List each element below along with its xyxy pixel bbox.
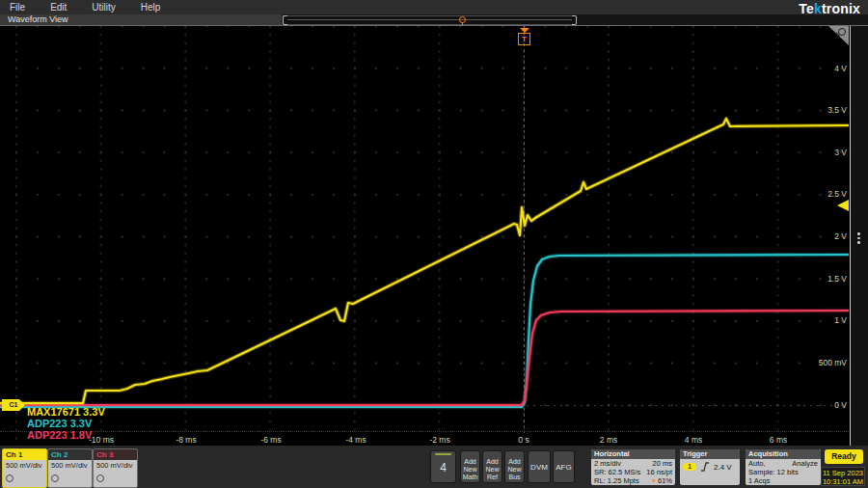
ch1-header: Ch 1	[3, 449, 46, 460]
channel4-enable-button[interactable]: 4	[430, 450, 456, 483]
time-value: 10:31:01 AM	[822, 477, 864, 486]
horizontal-panel[interactable]: Horizontal 2 ms/div20 ms SR: 62.5 MS/s16…	[591, 449, 675, 485]
horizontal-panel-title: Horizontal	[591, 449, 675, 459]
trigger-position-icon: ▼	[651, 478, 657, 484]
probe-icon	[96, 474, 104, 482]
v-axis-label: 1.5 V	[827, 274, 847, 284]
t-axis-label: 0 s	[518, 435, 529, 445]
legend-ch1: MAX17671 3.3V	[27, 406, 105, 418]
waveform-display[interactable]: 4 V3.5 V3 V2.5 V2 V1.5 V1 V500 mV0 V -10…	[0, 25, 868, 446]
sample-resolution: 16 ns/pt	[646, 468, 672, 476]
t-axis-label: -2 ms	[429, 435, 449, 445]
ch2-scale: 500 mV/div	[51, 461, 89, 470]
trigger-t-icon: T	[518, 33, 530, 45]
add-new-math-button[interactable]: Add New Math	[460, 450, 480, 483]
trace-plot	[0, 26, 868, 447]
rising-edge-icon	[700, 462, 710, 472]
t-axis-label: -6 ms	[260, 435, 281, 445]
trace-ch1-max17671-3v3	[0, 119, 849, 403]
tab-bar: Waveform View	[0, 14, 868, 25]
math-color-strip	[465, 453, 475, 455]
date-value: 11 Sep 2023	[822, 469, 864, 477]
ch1-scale: 500 mV/div	[6, 461, 43, 470]
v-axis-label: 2.5 V	[827, 189, 847, 199]
panel-drag-handle[interactable]	[857, 230, 860, 246]
t-axis-label: -4 ms	[345, 435, 366, 445]
t-axis-label: 4 ms	[685, 435, 702, 445]
trigger-level-arrow[interactable]	[837, 200, 849, 211]
acquisition-minimap[interactable]	[283, 15, 577, 25]
v-axis-label: 2 V	[834, 231, 847, 241]
ch3-scale: 500 mV/div	[96, 461, 134, 470]
bus-color-strip	[509, 453, 520, 455]
magnifier-icon	[838, 28, 846, 36]
trigger-panel[interactable]: Trigger 1 2.4 V	[680, 449, 740, 485]
menu-edit[interactable]: Edit	[50, 2, 67, 13]
acq-sample-bits: Sample: 12 bits	[748, 468, 799, 476]
dvm-button[interactable]: DVM	[528, 450, 551, 483]
channel-badge-ch2[interactable]: Ch 2 500 mV/div 1 GHz	[47, 448, 93, 488]
trigger-position-percent: 61%	[658, 476, 672, 485]
v-axis-label: 500 mV	[819, 358, 847, 367]
acquisition-panel[interactable]: Acquisition Auto,Analyze Sample: 12 bits…	[746, 449, 821, 485]
minimap-trigger-marker[interactable]	[459, 16, 466, 23]
ch4-color-strip	[435, 453, 451, 455]
v-axis-label: 3.5 V	[827, 105, 847, 115]
menu-help[interactable]: Help	[141, 2, 161, 13]
trace-ch1-max17671-3v3	[0, 119, 849, 403]
horizontal-scale: 2 ms/div	[594, 459, 621, 468]
acq-count: 1 Acqs	[748, 476, 771, 485]
ch2-header: Ch 2	[48, 449, 92, 460]
menu-file[interactable]: File	[10, 2, 25, 13]
add-new-ref-button[interactable]: Add New Ref	[482, 450, 502, 483]
datetime-display: 11 Sep 2023 10:31:01 AM	[821, 467, 865, 486]
channel-badge-ch1[interactable]: Ch 1 500 mV/div 1 GHz	[2, 448, 47, 488]
legend-ch2: ADP223 3.3V	[27, 418, 105, 429]
record-length: RL: 1.25 Mpts	[594, 476, 639, 485]
trigger-position-flag[interactable]: T	[517, 28, 531, 45]
add-new-bus-button[interactable]: Add New Bus	[504, 450, 525, 483]
v-axis-label: 3 V	[834, 148, 847, 157]
trigger-panel-title: Trigger	[680, 449, 740, 459]
v-axis-label: 0 V	[834, 400, 847, 410]
legend-ch3: ADP223 1.8V	[27, 429, 105, 441]
bottom-control-bar: Ch 1 500 mV/div 1 GHz Ch 2 500 mV/div 1 …	[0, 446, 868, 488]
ch3-header: Ch 3	[94, 449, 137, 460]
horizontal-window: 20 ms	[653, 459, 672, 468]
t-axis-label: -8 ms	[176, 435, 196, 445]
minimap-record-line	[287, 19, 572, 20]
ready-status-badge: Ready	[825, 449, 863, 464]
probe-icon	[6, 474, 14, 482]
trace-ch2-adp223-3v3	[0, 255, 849, 407]
t-axis-label: 6 ms	[770, 435, 787, 445]
tab-waveform-view[interactable]: Waveform View	[0, 14, 282, 25]
menu-utility[interactable]: Utility	[92, 2, 115, 13]
trigger-source-badge: 1	[683, 463, 696, 471]
v-axis-label: 4 V	[834, 64, 847, 73]
trace-legend: MAX17671 3.3V ADP223 3.3V ADP223 1.8V	[27, 406, 105, 441]
t-axis-label: 2 ms	[600, 435, 617, 445]
acq-analyze: Analyze	[792, 459, 818, 468]
menu-bar: File Edit Utility Help Tektronix	[0, 0, 868, 14]
oscilloscope-app: File Edit Utility Help Tektronix Wavefor…	[0, 0, 868, 488]
acq-mode: Auto,	[748, 459, 766, 468]
trigger-level-value: 2.4 V	[714, 463, 732, 472]
acquisition-panel-title: Acquisition	[746, 449, 821, 459]
ref-color-strip	[487, 453, 498, 455]
trace-ch2-adp223-3v3	[0, 255, 849, 407]
v-axis-label: 1 V	[834, 315, 847, 325]
right-panel-divider	[850, 26, 868, 447]
probe-icon	[51, 474, 59, 482]
afg-button[interactable]: AFG	[553, 450, 575, 483]
sample-rate: SR: 62.5 MS/s	[594, 468, 640, 476]
channel-badge-ch3[interactable]: Ch 3 500 mV/div 1 GHz	[93, 448, 138, 488]
